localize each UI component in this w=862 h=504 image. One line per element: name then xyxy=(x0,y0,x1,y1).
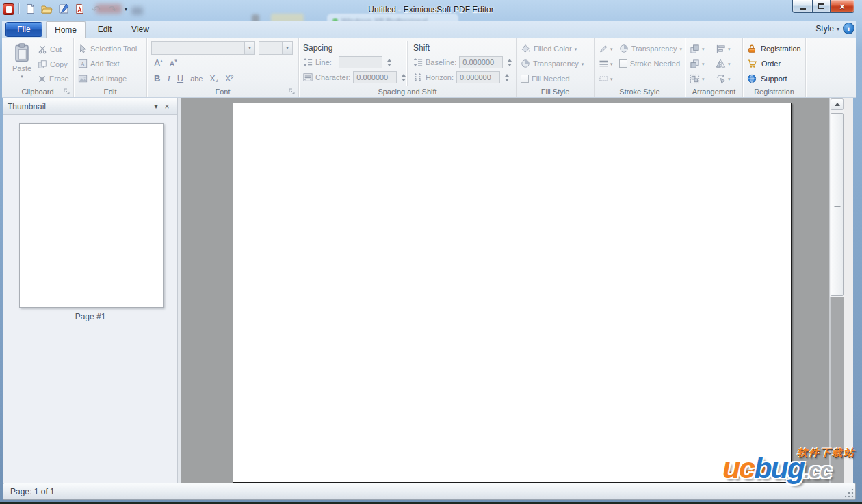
stroke-needed-checkbox-row[interactable]: Stroke Needed xyxy=(619,56,682,71)
add-image-button[interactable]: Add Image xyxy=(78,71,144,86)
stroke-transparency-button[interactable]: Transparency ▾ xyxy=(619,41,682,56)
character-spacing-input[interactable] xyxy=(353,71,397,83)
minimize-button[interactable] xyxy=(792,0,812,13)
flip-button[interactable]: ▾ xyxy=(716,59,742,69)
tab-edit[interactable]: Edit xyxy=(87,21,122,38)
font-family-combobox[interactable]: ▾ xyxy=(151,41,255,55)
stroke-style-column2: Transparency ▾ Stroke Needed xyxy=(619,41,682,86)
baseline-shift-icon xyxy=(413,57,423,67)
erase-button[interactable]: Erase xyxy=(38,71,69,86)
horizon-label: Horizon: xyxy=(426,73,454,81)
character-spinner[interactable] xyxy=(402,74,406,81)
stroke-color-button[interactable]: ▾ xyxy=(599,41,615,56)
minimize-icon xyxy=(800,8,806,10)
group-objects-button[interactable]: ▾ xyxy=(690,74,716,84)
about-info-button[interactable]: i xyxy=(843,23,854,34)
window-title: Untitled - EximiousSoft PDF Editor xyxy=(0,5,862,14)
status-page-info: Page: 1 of 1 xyxy=(10,487,55,496)
registration-button[interactable]: Registration xyxy=(747,41,802,56)
scrollbar-track-lower[interactable] xyxy=(830,297,844,483)
ribbon-group-registration: Registration Order Support Registration xyxy=(743,38,806,97)
chevron-down-icon: ▾ xyxy=(575,47,577,51)
scrollbar-thumb[interactable] xyxy=(831,113,844,296)
superscript-button[interactable]: X² xyxy=(225,74,233,83)
spin-down-icon[interactable] xyxy=(505,79,509,81)
flip-icon xyxy=(716,59,726,69)
order-button[interactable]: Order xyxy=(747,56,802,71)
resize-grip[interactable] xyxy=(845,489,854,498)
send-backward-button[interactable]: ▾ xyxy=(690,59,716,69)
spin-up-icon[interactable] xyxy=(387,59,391,62)
panel-menu-button[interactable]: ▾ xyxy=(151,103,161,110)
tab-home[interactable]: Home xyxy=(46,21,86,38)
chevron-down-icon: ▾ xyxy=(582,62,584,66)
font-size-dropdown[interactable]: ▾ xyxy=(282,42,292,54)
close-icon: × xyxy=(164,102,169,111)
strikethrough-button[interactable]: abe xyxy=(190,75,203,83)
fill-transparency-button[interactable]: Transparency ▾ xyxy=(521,56,591,71)
line-spacing-icon xyxy=(303,57,313,67)
spin-down-icon[interactable] xyxy=(387,64,391,66)
line-spacing-input[interactable] xyxy=(339,56,382,68)
cut-button[interactable]: Cut xyxy=(38,42,69,57)
horizon-spinner[interactable] xyxy=(505,74,509,81)
shrink-font-button[interactable]: A▾ xyxy=(170,59,177,68)
scroll-up-button[interactable] xyxy=(831,98,844,110)
bring-forward-button[interactable]: ▾ xyxy=(690,44,716,54)
style-menu-button[interactable]: Style ▾ xyxy=(815,24,839,34)
caret-up-icon: ▴ xyxy=(160,58,163,63)
page-thumbnail[interactable] xyxy=(19,123,164,308)
document-page[interactable] xyxy=(233,103,792,483)
add-text-button[interactable]: A Add Text xyxy=(78,56,144,71)
spin-up-icon[interactable] xyxy=(402,74,406,77)
status-bar: Page: 1 of 1 xyxy=(3,483,856,500)
vertical-scrollbar[interactable] xyxy=(829,98,844,483)
stroke-width-button[interactable]: ▾ xyxy=(599,56,615,71)
font-family-dropdown[interactable]: ▾ xyxy=(244,42,254,54)
underline-button[interactable]: U xyxy=(177,73,183,83)
close-button[interactable]: × xyxy=(831,0,854,13)
spin-down-icon[interactable] xyxy=(402,79,406,81)
chevron-down-icon: ▾ xyxy=(728,77,731,81)
rotate-button[interactable]: ▾ xyxy=(716,74,742,84)
order-label: Order xyxy=(761,59,781,68)
stroke-dash-button[interactable]: ▾ xyxy=(599,71,615,86)
spin-up-icon[interactable] xyxy=(508,59,512,62)
tab-file[interactable]: File xyxy=(5,22,42,37)
line-spinner[interactable] xyxy=(387,59,391,66)
subscript-button[interactable]: X₂ xyxy=(209,74,218,83)
clipboard-small-buttons: Cut Copy Erase xyxy=(38,41,69,86)
spin-up-icon[interactable] xyxy=(505,74,509,77)
bring-forward-icon xyxy=(690,44,700,54)
baseline-shift-input[interactable] xyxy=(459,56,503,68)
fill-needed-checkbox[interactable] xyxy=(521,75,529,83)
align-button[interactable]: ▾ xyxy=(716,44,742,54)
fill-needed-checkbox-row[interactable]: Fill Needed xyxy=(521,71,591,86)
italic-button[interactable]: I xyxy=(167,73,170,84)
panel-close-button[interactable]: × xyxy=(161,102,172,111)
grow-font-button[interactable]: A▴ xyxy=(154,57,163,68)
chevron-down-icon: ▾ xyxy=(610,77,613,81)
maximize-button[interactable] xyxy=(812,0,831,13)
copy-button[interactable]: Copy xyxy=(38,57,69,72)
baseline-shift-row: Baseline: xyxy=(413,55,513,70)
tab-view[interactable]: View xyxy=(122,21,158,38)
stroke-needed-checkbox[interactable] xyxy=(619,59,627,68)
ribbon-tab-row: File Home Edit View Style ▾ i xyxy=(2,21,856,38)
ribbon-group-stroke-style: ▾ ▾ ▾ Transparency ▾ xyxy=(595,38,685,97)
add-image-label: Add Image xyxy=(90,75,127,83)
horizon-shift-icon xyxy=(413,72,423,82)
character-label: Character: xyxy=(315,73,350,81)
document-viewport[interactable] xyxy=(181,98,829,483)
support-button[interactable]: Support xyxy=(747,71,802,86)
pen-icon xyxy=(599,44,609,53)
selection-tool-button[interactable]: Selection Tool xyxy=(78,41,144,56)
horizon-shift-input[interactable] xyxy=(456,71,500,83)
paste-button[interactable]: Paste ▾ xyxy=(6,41,38,86)
filled-color-button[interactable]: Filled Color ▾ xyxy=(521,41,591,56)
font-size-combobox[interactable]: ▾ xyxy=(259,41,293,55)
bold-button[interactable]: B xyxy=(154,73,160,83)
baseline-spinner[interactable] xyxy=(508,59,512,66)
title-bar[interactable]: Windows XP Professional... ↶ ↷ xyxy=(0,0,862,21)
spin-down-icon[interactable] xyxy=(508,64,512,66)
